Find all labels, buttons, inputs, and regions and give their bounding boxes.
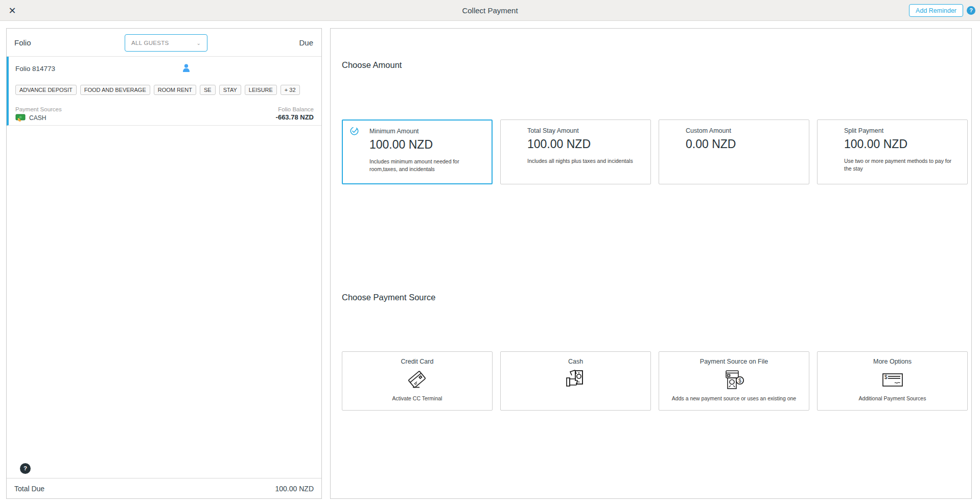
- folio-tag: STAY: [219, 85, 241, 95]
- source-option-title: Credit Card: [342, 358, 492, 365]
- cash-in-hand-icon: [501, 368, 650, 392]
- amount-option-title: Total Stay Amount: [527, 127, 579, 134]
- cash-note-icon: [15, 114, 26, 122]
- total-due-label: Total Due: [14, 485, 44, 493]
- payment-source-name: CASH: [29, 114, 46, 122]
- topbar: ✕ Collect Payment Add Reminder ?: [0, 0, 980, 21]
- amount-option-value: 100.00 NZD: [369, 138, 433, 152]
- source-option-description: Additional Payment Sources: [818, 395, 967, 401]
- check-circle-icon: [350, 127, 359, 135]
- cheque-icon: $: [818, 368, 967, 392]
- folio-tag: SE: [200, 85, 216, 95]
- source-option-title: More Options: [818, 358, 967, 365]
- folio-tag-more[interactable]: + 32: [281, 85, 300, 95]
- guest-filter-select[interactable]: ALL GUESTS ⌄: [125, 34, 207, 52]
- choose-amount-heading: Choose Amount: [342, 60, 402, 70]
- panel-help-icon[interactable]: ?: [20, 463, 31, 474]
- amount-option-title: Custom Amount: [686, 127, 731, 134]
- amount-option-total-stay[interactable]: Total Stay Amount 100.00 NZD Includes al…: [500, 119, 651, 184]
- svg-text:$: $: [738, 378, 741, 384]
- amount-option-title: Split Payment: [844, 127, 883, 134]
- folio-balance-value: -663.78 NZD: [276, 113, 314, 121]
- folio-column-label: Folio: [14, 38, 31, 47]
- amount-option-value: 100.00 NZD: [844, 137, 907, 151]
- amount-option-value: 100.00 NZD: [527, 137, 591, 151]
- amount-option-title: Minimum Amount: [369, 128, 419, 135]
- svg-text:$: $: [884, 374, 888, 380]
- amount-option-description: Includes minimum amount needed for room,…: [369, 158, 479, 173]
- folio-list-item[interactable]: Folio 814773 ADVANCE DEPOSIT FOOD AND BE…: [7, 57, 321, 126]
- folio-panel-footer: Total Due 100.00 NZD: [7, 478, 321, 498]
- guest-person-icon: [182, 64, 190, 73]
- amount-option-minimum[interactable]: Minimum Amount 100.00 NZD Includes minim…: [342, 119, 493, 184]
- source-option-cash[interactable]: Cash: [500, 351, 651, 411]
- folio-panel: Folio ALL GUESTS ⌄ Due Folio 814773 ADVA…: [6, 28, 322, 499]
- folio-tags: ADVANCE DEPOSIT FOOD AND BEVERAGE ROOM R…: [15, 85, 300, 95]
- card-on-file-icon: $: [659, 368, 809, 392]
- folio-tag: ADVANCE DEPOSIT: [15, 85, 77, 95]
- choose-payment-source-heading: Choose Payment Source: [342, 293, 435, 302]
- amount-option-value: 0.00 NZD: [686, 137, 736, 151]
- source-option-description: Adds a new payment source or uses an exi…: [659, 395, 809, 401]
- source-option-title: Cash: [501, 358, 650, 365]
- chevron-down-icon: ⌄: [197, 40, 201, 46]
- credit-card-icon: [342, 368, 492, 392]
- amount-option-description: Use two or more payment methods to pay f…: [844, 157, 954, 173]
- amount-option-description: Includes all nights plus taxes and incid…: [527, 157, 637, 165]
- page-title: Collect Payment: [0, 0, 980, 21]
- amount-option-custom[interactable]: Custom Amount 0.00 NZD: [659, 119, 809, 184]
- source-option-description: Activate CC Terminal: [342, 395, 492, 401]
- folio-tag: LEISURE: [245, 85, 277, 95]
- source-option-credit-card[interactable]: Credit Card Activate CC Terminal: [342, 351, 493, 411]
- folio-tag: FOOD AND BEVERAGE: [80, 85, 150, 95]
- folio-balance-label: Folio Balance: [278, 106, 314, 112]
- total-due-value: 100.00 NZD: [275, 485, 314, 493]
- source-option-on-file[interactable]: Payment Source on File $ Adds a new paym…: [659, 351, 809, 411]
- due-column-label: Due: [299, 38, 313, 47]
- help-icon[interactable]: ?: [967, 6, 975, 15]
- folio-panel-header: Folio ALL GUESTS ⌄ Due: [7, 29, 321, 57]
- payment-panel: Choose Amount Minimum Amount 100.00 NZD …: [330, 28, 972, 499]
- folio-tag: ROOM RENT: [154, 85, 196, 95]
- folio-number: Folio 814773: [15, 65, 55, 73]
- guest-filter-value: ALL GUESTS: [131, 40, 169, 46]
- payment-source-row: CASH: [15, 114, 46, 122]
- payment-sources-label: Payment Sources: [15, 106, 62, 112]
- source-option-title: Payment Source on File: [659, 358, 809, 365]
- amount-option-split[interactable]: Split Payment 100.00 NZD Use two or more…: [817, 119, 968, 184]
- source-option-more[interactable]: More Options $ Additional Payment Source…: [817, 351, 968, 411]
- add-reminder-button[interactable]: Add Reminder: [909, 4, 963, 17]
